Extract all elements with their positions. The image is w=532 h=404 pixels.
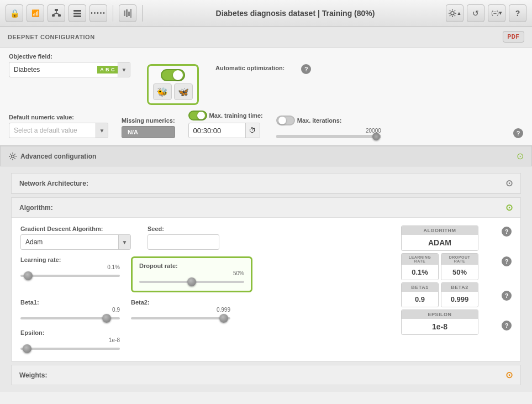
gradient-label: Gradient Descent Algorithm: (20, 225, 131, 232)
dr-card: DROPOUT RATE 50% (441, 253, 478, 280)
dropout-slider-thumb[interactable] (187, 277, 196, 286)
svg-rect-2 (58, 14, 61, 17)
max-iter-value: 20000 (276, 128, 381, 134)
beta2-slider-thumb[interactable] (219, 314, 228, 323)
objective-row: Objective field: Diabetes A B C ▼ 🐝 🦋 Au… (0, 48, 532, 108)
deepnet-label: DEEPNET CONFIGURATION (8, 34, 95, 40)
svg-rect-0 (55, 9, 58, 11)
seed-input[interactable] (148, 234, 219, 250)
dropout-value: 50% (139, 270, 244, 276)
max-training-toggle[interactable] (188, 111, 207, 120)
settings-icon[interactable]: ▲ (446, 4, 463, 22)
separator2 (142, 5, 143, 22)
objective-dropdown-arrow[interactable]: ▼ (118, 62, 130, 77)
beta2-card-header: BETA2 (441, 283, 478, 292)
gradient-value: Adam (21, 238, 118, 246)
default-numeric-placeholder: Select a default value (9, 127, 96, 134)
dropout-group: Dropout rate: 50% (131, 256, 252, 292)
missing-numerics-group: Missing numerics: N/A (122, 117, 175, 138)
network-arch-collapse-icon[interactable]: ⊙ (505, 178, 513, 188)
gradient-seed-row: Gradient Descent Algorithm: Adam ▼ Seed: (20, 225, 392, 250)
dots-icon[interactable]: ••••• (89, 4, 107, 22)
numeric-row: Default numeric value: Select a default … (0, 108, 532, 145)
lr-dropout-cards: LEARNING RATE 0.1% DROPOUT RATE 50% (401, 253, 499, 280)
objective-badge: A B C (97, 66, 118, 74)
help-algorithm[interactable]: ? (502, 227, 512, 237)
time-clock-btn[interactable]: ⏱ (245, 123, 260, 138)
default-numeric-arrow[interactable]: ▼ (96, 123, 108, 138)
layers-icon[interactable] (69, 4, 86, 22)
refresh-icon[interactable]: ↺ (467, 4, 484, 22)
epsilon-value: 1e-8 (20, 337, 120, 343)
svg-rect-12 (130, 9, 131, 18)
weights-section[interactable]: Weights: ⊙ (11, 365, 521, 385)
beta1-value: 0.9 (20, 307, 120, 313)
auto-opt-box: 🐝 🦋 (147, 64, 199, 105)
algorithm-collapse-icon[interactable]: ⊙ (505, 202, 513, 213)
help-numeric[interactable]: ? (513, 128, 523, 138)
dropout-slider (139, 277, 244, 286)
weights-expand-icon[interactable]: ⊙ (505, 370, 513, 380)
bars-icon[interactable] (119, 4, 136, 22)
lr-slider-thumb[interactable] (24, 271, 33, 280)
svg-rect-8 (73, 15, 81, 17)
default-numeric-select[interactable]: Select a default value ▼ (9, 123, 108, 138)
beta2-group: Beta2: 0.999 (131, 299, 230, 323)
beta1-slider (20, 314, 120, 323)
gradient-group: Gradient Descent Algorithm: Adam ▼ (20, 225, 131, 250)
pdf-button[interactable]: PDF (503, 31, 525, 43)
epsilon-slider-thumb[interactable] (23, 344, 31, 353)
signal-icon[interactable]: 📶 (27, 4, 44, 22)
auto-opt-toggle[interactable] (161, 69, 185, 81)
algorithm-header[interactable]: Algorithm: ⊙ (12, 198, 520, 218)
auto-opt-icons: 🐝 🦋 (153, 83, 193, 100)
epsilon-slider (20, 344, 120, 353)
beta1-card-header: BETA1 (402, 283, 438, 292)
gradient-select[interactable]: Adam ▼ (20, 234, 131, 250)
network-arch-header[interactable]: Network Architecture: ⊙ (12, 174, 520, 193)
gradient-arrow[interactable]: ▼ (118, 234, 130, 250)
objective-label: Objective field: (9, 53, 130, 60)
dropout-label: Dropout rate: (139, 263, 244, 269)
weights-label: Weights: (19, 371, 47, 379)
toggle-knob (173, 70, 183, 80)
help-auto-opt[interactable]: ? (301, 64, 311, 74)
epsilon-card: EPSILON 1e-8 (401, 309, 478, 335)
network-icon[interactable] (48, 4, 65, 22)
lr-card-header: LEARNING RATE (402, 254, 438, 265)
svg-rect-11 (128, 12, 130, 16)
adv-collapse-icon[interactable]: ⊙ (517, 151, 524, 161)
lr-dropout-row: Learning rate: 0.1% Dropout rate: (20, 256, 392, 292)
epsilon-card-value: 1e-8 (402, 319, 478, 334)
max-iter-slider-thumb[interactable] (372, 133, 380, 140)
lock-icon[interactable]: 🔒 (6, 4, 23, 22)
deepnet-section-header: DEEPNET CONFIGURATION PDF (0, 27, 532, 48)
auto-opt-group: 🐝 🦋 (147, 64, 199, 105)
epsilon-label: Epsilon: (20, 329, 392, 336)
svg-rect-7 (73, 13, 81, 14)
help-lr-dropout[interactable]: ? (502, 256, 512, 266)
formula-icon[interactable]: (=)▾ (488, 4, 505, 22)
summary-cards-col: ALGORITHM ADAM LEARNING RATE 0.1% (401, 225, 499, 335)
algo-controls: Gradient Descent Algorithm: Adam ▼ Seed: (20, 225, 392, 353)
help-epsilon[interactable]: ? (502, 321, 512, 330)
opt-icon-1[interactable]: 🐝 (153, 83, 172, 100)
beta2-value: 0.999 (131, 307, 230, 313)
lr-slider (20, 271, 120, 280)
beta1-label: Beta1: (20, 299, 120, 306)
help-beta[interactable]: ? (502, 291, 512, 301)
svg-point-14 (12, 155, 14, 158)
seed-label: Seed: (148, 225, 219, 232)
help-icon[interactable]: ? (509, 4, 526, 22)
time-value: 00:30:00 (189, 127, 245, 135)
advanced-config-header[interactable]: Advanced configuration ⊙ (0, 145, 532, 166)
svg-line-5 (56, 13, 60, 14)
max-iter-toggle[interactable] (276, 116, 295, 125)
objective-selector[interactable]: Diabetes A B C ▼ (9, 62, 130, 77)
lr-label: Learning rate: (20, 256, 120, 263)
beta1-slider-thumb[interactable] (102, 314, 111, 323)
page-title: Diabetes diagnosis dataset | Training (8… (148, 9, 443, 18)
time-input[interactable]: 00:30:00 ⏱ (188, 123, 260, 138)
opt-icon-2[interactable]: 🦋 (174, 83, 193, 100)
svg-rect-1 (52, 14, 55, 17)
